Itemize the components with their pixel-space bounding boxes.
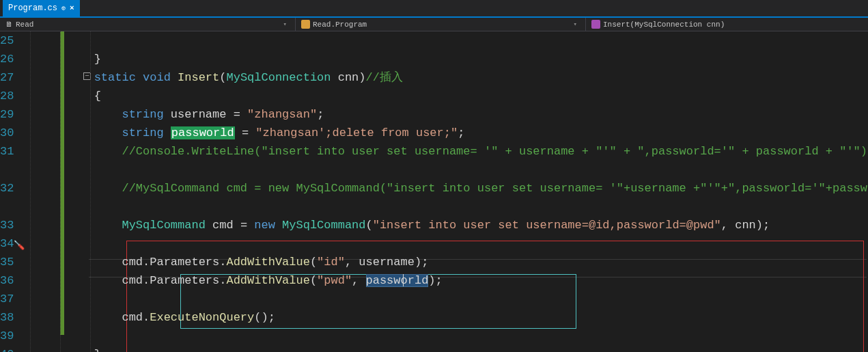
code-line[interactable]: string username = "zhangsan"; <box>52 105 868 124</box>
line-number <box>0 161 14 179</box>
code-line[interactable] <box>52 290 868 308</box>
chevron-down-icon[interactable]: ▾ <box>283 21 287 28</box>
gutter: 🪛 25262728293031323334353637383940 <box>0 31 26 352</box>
code-line[interactable]: MySqlCommand cmd = new MySqlCommand("ins… <box>52 216 868 234</box>
code-line[interactable] <box>52 234 868 253</box>
line-number: 30 <box>0 124 14 142</box>
code-line[interactable] <box>52 31 868 50</box>
screwdriver-icon[interactable]: 🪛 <box>14 236 25 255</box>
nav-class-label: Read.Program <box>313 21 367 29</box>
tab-bar: Program.cs ⊕ × <box>0 0 868 18</box>
code-line[interactable]: string passworld = "zhangsan';delete fro… <box>52 124 868 142</box>
line-number: 34 <box>0 234 14 253</box>
chevron-down-icon[interactable]: ▾ <box>574 21 577 28</box>
highlight-passworld: passworld <box>171 126 235 139</box>
close-icon[interactable]: × <box>70 4 74 12</box>
code-line[interactable]: cmd.ExecuteNonQuery(); <box>52 308 868 327</box>
code-area[interactable]: } static void Insert(MySqlConnection cnn… <box>26 31 868 352</box>
file-tab[interactable]: Program.cs ⊕ × <box>3 0 80 16</box>
line-number: 33 <box>0 216 14 234</box>
text-caret <box>403 274 404 286</box>
line-number: 28 <box>0 87 14 105</box>
line-number: 25 <box>0 31 14 50</box>
line-number: 39 <box>0 327 14 345</box>
code-line[interactable]: { <box>52 87 868 105</box>
class-icon <box>301 20 310 29</box>
pin-icon[interactable]: ⊕ <box>61 4 66 12</box>
code-line[interactable]: //MySqlCommand cmd = new MySqlCommand("i… <box>52 179 868 216</box>
line-number: 26 <box>0 50 14 68</box>
nav-scope-label: Read <box>16 21 33 29</box>
nav-method[interactable]: Insert(MySqlConnection cnn) <box>585 18 868 31</box>
code-line[interactable]: } <box>52 345 868 352</box>
nav-bar: 🗎 Read ▾ Read.Program ▾ Insert(MySqlConn… <box>0 18 868 31</box>
code-line[interactable] <box>52 327 868 345</box>
code-line[interactable]: } <box>52 50 868 68</box>
page-icon: 🗎 <box>5 20 13 29</box>
nav-method-label: Insert(MySqlConnection cnn) <box>603 21 725 29</box>
line-number: 31 <box>0 142 14 161</box>
method-icon <box>591 20 600 29</box>
line-number: 32 <box>0 179 14 198</box>
line-number: 35 <box>0 253 14 271</box>
code-line[interactable]: static void Insert(MySqlConnection cnn)/… <box>52 68 868 87</box>
code-line[interactable]: //Console.WriteLine("insert into user se… <box>52 142 868 179</box>
nav-class[interactable]: Read.Program ▾ <box>295 18 585 31</box>
tab-filename: Program.cs <box>8 3 57 13</box>
line-number: 40 <box>0 345 14 352</box>
selection-passworld: passworld <box>366 274 429 287</box>
line-number <box>0 198 14 216</box>
line-number: 29 <box>0 105 14 124</box>
nav-scope[interactable]: 🗎 Read ▾ <box>0 18 295 31</box>
line-number: 38 <box>0 308 14 327</box>
line-number: 36 <box>0 271 14 290</box>
line-number: 27 <box>0 68 14 87</box>
code-line[interactable]: cmd.Parameters.AddWithValue("id", userna… <box>52 253 868 271</box>
line-number: 37 <box>0 290 14 308</box>
code-line[interactable]: cmd.Parameters.AddWithValue("pwd", passw… <box>52 271 868 290</box>
code-editor[interactable]: 🪛 25262728293031323334353637383940 − } s… <box>0 31 868 352</box>
